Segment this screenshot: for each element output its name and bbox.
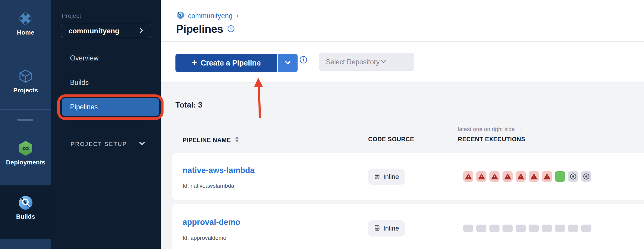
create-pipeline-caret-button[interactable] [278, 54, 298, 72]
inline-drawer-icon [374, 225, 380, 232]
icon-rail: Home Projects [0, 0, 51, 249]
execution-status-empty [476, 225, 486, 232]
create-pipeline-button[interactable]: + Create a Pipeline [175, 54, 277, 72]
executions-note: latest one on right side → [458, 126, 522, 132]
build-magnifier-icon [18, 195, 33, 211]
code-source-label: Inline [383, 225, 399, 232]
panel-divider [70, 126, 146, 126]
create-pipeline-label: Create a Pipeline [201, 59, 261, 67]
cube-icon [17, 68, 34, 86]
project-avatar-icon [177, 11, 184, 20]
chevron-down-icon [138, 139, 146, 148]
chevron-down-icon [284, 59, 292, 68]
execution-status-empty [555, 225, 565, 232]
rail-item-builds[interactable]: Builds [0, 195, 51, 220]
execution-status-empty [581, 225, 591, 232]
inline-drawer-icon [374, 173, 380, 181]
rail-label-builds: Builds [0, 213, 51, 220]
pipeline-id: Id: nativeawslambda [183, 183, 234, 189]
rail-label-projects: Projects [0, 87, 51, 93]
home-grid-icon [17, 10, 34, 28]
execution-status-terminated[interactable] [581, 171, 591, 182]
chevron-down-icon [379, 57, 408, 66]
rail-divider [0, 109, 51, 110]
main-content: communityeng › Pipelines + Create a P [161, 0, 644, 249]
select-repository-placeholder: Select Repository [326, 59, 379, 66]
project-label: Project [62, 13, 81, 19]
column-header-pipeline-name: PIPELINE NAME [183, 137, 231, 143]
rail-section-dash [17, 119, 33, 121]
execution-status-empty [516, 225, 526, 232]
project-setup-toggle[interactable]: PROJECT SETUP [71, 139, 146, 148]
gitops-infinity-icon: ∞ [18, 140, 34, 158]
page-title: Pipelines [176, 23, 223, 36]
execution-status-empty [489, 225, 500, 232]
code-source-badge: Inline [368, 220, 405, 236]
column-header-code-source: CODE SOURCE [368, 136, 414, 142]
total-count: Total: 3 [175, 101, 203, 109]
project-setup-label: PROJECT SETUP [71, 141, 127, 147]
breadcrumb-separator: › [236, 13, 238, 19]
code-source-label: Inline [383, 174, 399, 180]
execution-status-failed[interactable] [463, 171, 473, 182]
execution-status-failed[interactable] [489, 171, 500, 182]
execution-status-failed[interactable] [542, 171, 552, 182]
panel-menu-pipelines-label: Pipelines [70, 104, 98, 111]
execution-status-failed[interactable] [503, 171, 513, 182]
execution-status-empty [542, 225, 552, 232]
recent-executions-row [463, 171, 591, 182]
code-source-badge: Inline [368, 169, 405, 185]
select-repository-dropdown[interactable]: Select Repository [319, 53, 414, 71]
execution-status-failed[interactable] [476, 171, 486, 182]
toolbar: + Create a Pipeline [161, 42, 644, 82]
pipeline-name-link[interactable]: approval-demo [183, 218, 240, 226]
project-selector-value: communityeng [69, 27, 138, 35]
panel-menu-pipelines[interactable]: Pipelines [62, 98, 159, 116]
pipeline-row-approval-demo: approval-demo Id: approvaldemo Inli [172, 204, 644, 249]
breadcrumb: communityeng › [177, 11, 238, 20]
execution-status-failed[interactable] [529, 171, 539, 182]
create-pipeline-button-group: + Create a Pipeline [175, 54, 298, 72]
pipeline-row-native-aws-lambda: native-aws-lambda Id: nativeawslambda [172, 153, 644, 200]
execution-status-empty [529, 225, 539, 232]
column-header-recent-executions: RECENT EXECUTIONS [458, 136, 525, 142]
page-header: communityeng › Pipelines [161, 0, 644, 42]
app-screen: Home Projects [0, 0, 644, 249]
info-icon[interactable] [227, 25, 235, 34]
execution-status-empty [568, 225, 578, 232]
pipeline-id: Id: approvaldemo [183, 235, 226, 241]
pipelines-list-area: Total: 3 PIPELINE NAME CODE SOURCE lates… [161, 82, 644, 249]
execution-status-terminated[interactable] [568, 171, 578, 182]
svg-text:∞: ∞ [22, 143, 29, 153]
info-icon[interactable] [299, 56, 307, 65]
rail-item-home[interactable]: Home [0, 10, 51, 35]
rail-item-projects[interactable]: Projects [0, 68, 51, 93]
project-panel: Project communityeng Overview Builds Pip… [51, 0, 161, 249]
execution-status-empty [503, 225, 513, 232]
sort-icon [235, 136, 239, 144]
pipeline-name-link[interactable]: native-aws-lambda [183, 166, 255, 175]
panel-menu-builds[interactable]: Builds [70, 79, 89, 86]
sort-by-pipeline-name[interactable]: PIPELINE NAME [183, 136, 239, 144]
execution-status-failed[interactable] [516, 171, 526, 182]
execution-status-empty [463, 225, 473, 232]
rail-label-home: Home [0, 29, 51, 35]
rail-label-deployments: Deployments [0, 159, 51, 165]
project-selector[interactable]: communityeng [61, 24, 151, 38]
rail-item-deployments[interactable]: ∞ Deployments [0, 140, 51, 165]
plus-icon: + [192, 58, 197, 67]
chevron-right-icon [138, 27, 145, 35]
recent-executions-row [463, 223, 591, 234]
execution-status-success[interactable] [555, 171, 565, 182]
breadcrumb-project-link[interactable]: communityeng [188, 13, 233, 19]
panel-menu-overview[interactable]: Overview [70, 55, 99, 62]
